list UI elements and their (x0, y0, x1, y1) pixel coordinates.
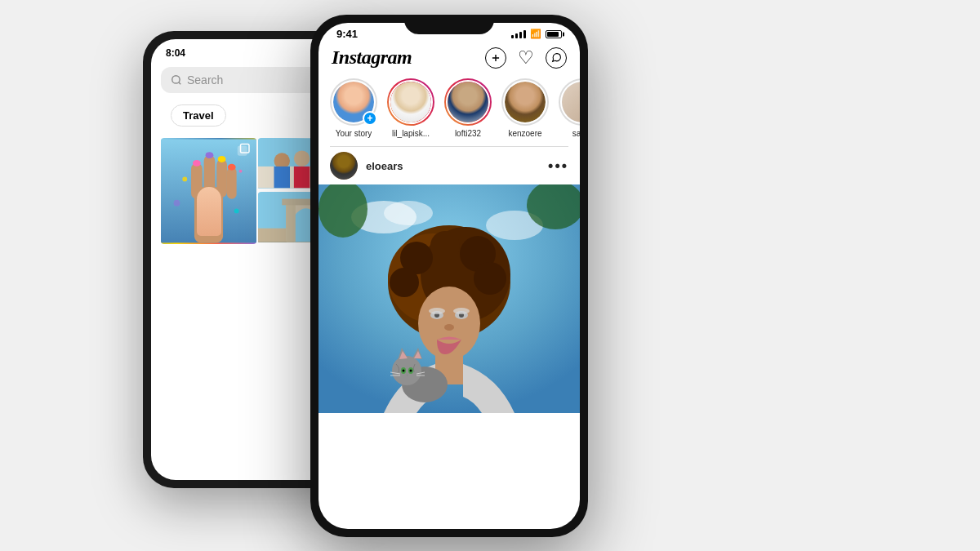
wifi-icon: 📶 (530, 29, 541, 39)
search-icon (171, 74, 182, 86)
svg-rect-4 (191, 163, 203, 199)
post-avatar[interactable] (330, 152, 358, 180)
svg-point-68 (410, 370, 412, 372)
svg-point-15 (234, 208, 239, 213)
svg-point-38 (384, 201, 433, 225)
svg-point-60 (392, 356, 421, 385)
story-name-lil: lil_lapisk... (392, 129, 430, 138)
svg-point-22 (294, 150, 310, 167)
svg-point-48 (390, 268, 419, 297)
svg-rect-23 (294, 167, 310, 188)
svg-point-13 (239, 170, 243, 173)
add-icon[interactable] (485, 47, 506, 69)
svg-rect-3 (194, 187, 223, 242)
svg-point-56 (453, 308, 470, 314)
add-story-btn[interactable]: + (363, 111, 377, 126)
messenger-icon[interactable] (546, 47, 567, 69)
post-more-btn[interactable]: ••• (548, 158, 568, 175)
svg-line-1 (179, 82, 181, 85)
svg-point-8 (193, 160, 201, 167)
post-username[interactable]: eloears (366, 160, 403, 172)
post-user: eloears (330, 152, 403, 180)
svg-rect-21 (274, 167, 291, 188)
svg-point-49 (474, 262, 506, 295)
svg-point-0 (172, 76, 180, 83)
lof-avatar (446, 80, 490, 124)
notch (404, 15, 494, 34)
story-lof[interactable]: lofti232 (444, 78, 492, 138)
svg-point-47 (430, 231, 460, 260)
story-name-you: Your story (336, 129, 372, 138)
story-name-lof: lofti232 (455, 129, 481, 138)
post-artwork (318, 184, 580, 413)
svg-rect-5 (204, 155, 216, 195)
stories-row: + Your story lil_lapisk... (318, 72, 580, 146)
your-story-ring: + (330, 78, 377, 126)
svg-point-55 (429, 308, 445, 314)
front-time: 9:41 (336, 28, 358, 40)
svg-rect-7 (227, 167, 237, 199)
svg-point-20 (274, 153, 291, 169)
svg-rect-6 (216, 159, 227, 198)
story-your[interactable]: + Your story (330, 78, 377, 138)
story-name-ken: kenzoere (508, 129, 541, 138)
story-ken[interactable]: kenzoere (501, 78, 549, 138)
svg-point-57 (444, 324, 454, 331)
svg-rect-17 (238, 147, 247, 156)
sap-avatar (560, 80, 580, 124)
grid-cell-hand[interactable] (161, 138, 256, 244)
lil-avatar (389, 80, 433, 124)
scene: 8:04 📷 Search Travel (0, 0, 980, 551)
ig-logo: Instagram (332, 47, 412, 69)
travel-tag[interactable]: Travel (171, 104, 226, 127)
story-lil[interactable]: lil_lapisk... (387, 78, 434, 138)
search-placeholder: Search (187, 73, 223, 87)
ken-avatar (503, 80, 547, 124)
story-sap[interactable]: sap... (559, 78, 580, 138)
svg-point-14 (174, 200, 180, 207)
svg-point-10 (218, 156, 226, 162)
svg-point-9 (206, 152, 214, 158)
lil-story-ring (387, 78, 434, 126)
svg-rect-31 (286, 201, 296, 242)
ig-header-icons: ♡ (485, 47, 567, 69)
lof-story-ring (444, 78, 492, 126)
svg-point-12 (182, 176, 187, 181)
signal-icon (511, 30, 526, 38)
phone-front-screen: 9:41 📶 Instagram (318, 23, 580, 529)
back-time: 8:04 (166, 47, 185, 59)
phone-front: 9:41 📶 Instagram (310, 15, 588, 537)
multi-icon (237, 143, 252, 158)
post-header: eloears ••• (318, 147, 580, 184)
svg-point-11 (228, 164, 236, 171)
heart-icon[interactable]: ♡ (518, 49, 534, 67)
front-status-icons: 📶 (511, 29, 562, 39)
ig-header: Instagram ♡ (318, 42, 580, 72)
sap-story-ring (559, 78, 580, 126)
svg-point-67 (403, 370, 405, 372)
battery-icon (546, 30, 562, 38)
story-name-sap: sap... (572, 129, 580, 138)
post-image[interactable] (318, 184, 580, 413)
ken-story-ring (501, 78, 549, 126)
